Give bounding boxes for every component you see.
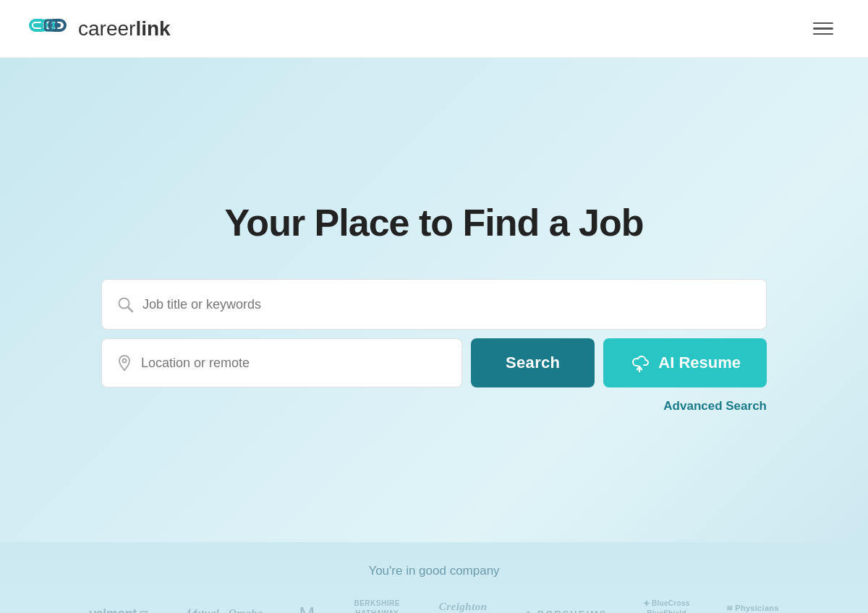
partner-valmont: valmont ▽: [89, 606, 148, 614]
logo-wordmark: careerlink: [78, 17, 171, 40]
search-actions-row: Search AI Resume: [101, 338, 767, 387]
partners-logos-row: valmont ▽ 𝓜utualof Omaha M BERKSHIREHATH…: [89, 599, 779, 613]
keyword-search-input[interactable]: [142, 297, 752, 312]
partner-physicians-mutual: ≋ PhysiciansMutual: [726, 603, 779, 613]
partner-bluecross: ✚ BlueCrossBlueShieldNebraska: [644, 599, 690, 613]
header: careerlink: [0, 0, 868, 58]
cloud-upload-icon: [629, 353, 650, 372]
hamburger-line-3: [813, 33, 833, 35]
hamburger-menu-button[interactable]: [807, 17, 839, 41]
search-container: Search AI Resume: [101, 279, 767, 387]
keyword-input-wrapper: [101, 279, 767, 330]
partners-section: You're in good company valmont ▽ 𝓜utualo…: [0, 542, 868, 613]
partner-berkshire-hathaway: BERKSHIREHATHAWAYHomeServices: [352, 599, 401, 613]
ai-resume-button[interactable]: AI Resume: [603, 338, 767, 387]
partner-marriott: M: [299, 603, 316, 614]
hamburger-line-1: [813, 22, 833, 25]
location-search-input[interactable]: [141, 356, 447, 371]
partner-creighton: CreightonUNIVERSITY: [438, 600, 488, 614]
hero-title: Your Place to Find a Job: [225, 201, 644, 244]
partner-mutual-omaha: 𝓜utualof Omaha: [184, 607, 263, 614]
svg-point-8: [123, 359, 127, 363]
partner-borsheims: ◇ BORSHEIMS: [524, 609, 607, 614]
location-input-wrapper: [101, 338, 462, 387]
careerlink-logo-icon: [29, 13, 69, 45]
logo[interactable]: careerlink: [29, 13, 171, 45]
hero-section: Your Place to Find a Job: [0, 58, 868, 542]
search-magnifier-icon: [116, 296, 134, 313]
keyword-search-row: [101, 279, 767, 330]
advanced-search-link[interactable]: Advanced Search: [663, 399, 767, 413]
advanced-search-area: Advanced Search: [101, 399, 767, 413]
hamburger-line-2: [813, 27, 833, 30]
search-button[interactable]: Search: [471, 338, 595, 387]
location-pin-icon: [116, 354, 132, 372]
partners-tagline: You're in good company: [368, 564, 499, 578]
ai-resume-button-label: AI Resume: [658, 353, 741, 372]
svg-line-7: [128, 307, 132, 312]
